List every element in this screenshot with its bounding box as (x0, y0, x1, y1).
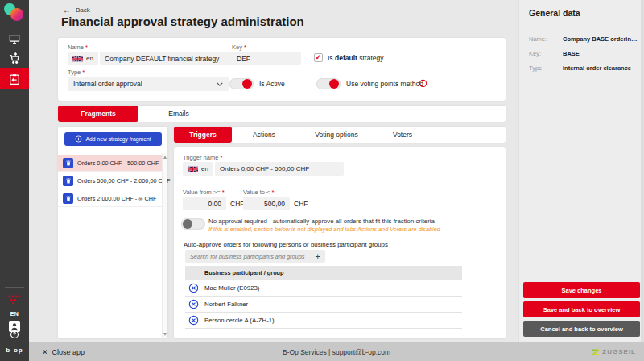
participant-search-input[interactable] (190, 253, 316, 260)
logo-gradient-blob (10, 8, 23, 21)
tab-triggers[interactable]: Triggers (174, 127, 232, 143)
scroll-up-arrow[interactable] (163, 156, 167, 159)
participant-search: + (185, 250, 325, 263)
trash-icon[interactable] (63, 176, 73, 186)
gd-name-label: Name: (529, 35, 547, 43)
trigger-language-code: en (201, 165, 208, 172)
no-approval-note: If this is enabled, section below is not… (208, 226, 440, 233)
cart-icon (8, 52, 21, 64)
participants-table-header: Business participant / group (185, 266, 462, 280)
tab-fragments[interactable]: Fragments (58, 106, 138, 122)
remove-circle-icon[interactable] (188, 283, 199, 293)
fragment-list-item[interactable]: Orders 2.000,00 CHF - ∞ CHF (58, 190, 162, 207)
uk-flag-icon (188, 166, 198, 172)
info-icon[interactable] (419, 79, 427, 88)
tab-voters[interactable]: Voters (377, 127, 428, 143)
value-from-input[interactable] (183, 197, 226, 210)
gd-key-label: Key: (529, 50, 541, 57)
tab-voting-options[interactable]: Voting options (296, 127, 377, 143)
general-data-panel: General data Name: Company BASE ordering… (519, 0, 644, 342)
bop-logo: b-op (0, 346, 29, 354)
required-asterisk: * (222, 189, 225, 196)
participant-row: Norbert Falkner (185, 297, 462, 313)
voting-points-label: Use voting points method (346, 80, 423, 88)
cancel-and-back-button[interactable]: Cancel and back to overview (523, 321, 640, 337)
scroll-down-arrow[interactable] (163, 333, 167, 336)
participant-name: Mae Muller (E0923) (204, 284, 259, 292)
close-app-button[interactable]: ✕ Close app (42, 348, 85, 356)
participant-row: Person cercle A (A-ZH-1) (185, 313, 462, 329)
sidebar-item-dashboard[interactable] (0, 31, 29, 47)
type-select-value: Internal order approval (73, 80, 142, 88)
value-to-currency: CHF (294, 200, 308, 208)
toggle-knob (183, 219, 192, 229)
sidebar-item-shop[interactable] (0, 50, 29, 66)
value-to-input[interactable] (243, 197, 290, 210)
chevron-down-icon (217, 82, 223, 86)
type-select[interactable]: Internal order approval (68, 77, 229, 91)
strategy-key-input[interactable] (232, 52, 301, 65)
fragment-list-item[interactable]: Orders 500,00 CHF - 2.000,00 CHF (58, 172, 162, 189)
default-strategy-checkbox-row[interactable]: ✓ Is default strategy (314, 53, 383, 62)
value-to-label: Value to < * (243, 189, 274, 196)
sidebar-divider (5, 287, 24, 288)
zugseil-brand-label: ZUGSEIL (602, 348, 636, 355)
tab-emails[interactable]: Emails (138, 106, 219, 122)
general-data-title: General data (529, 8, 580, 18)
add-fragment-button[interactable]: Add new strategy fragment (64, 132, 162, 146)
value-from-label: Value from >= * (183, 189, 225, 196)
add-participant-button[interactable]: + (316, 250, 320, 263)
page-title: Financial approval strategy administrati… (61, 15, 304, 28)
is-active-toggle[interactable] (229, 78, 254, 89)
default-strategy-checkbox[interactable]: ✓ (314, 53, 323, 62)
window-scrollbar[interactable] (641, 0, 644, 342)
app-sidebar: EN b-op (0, 0, 29, 361)
no-approval-label: No approval required - automatically app… (208, 218, 498, 225)
sidebar-item-help[interactable] (0, 328, 29, 341)
trash-icon[interactable] (63, 193, 73, 204)
monitor-icon (8, 33, 21, 45)
trash-icon[interactable] (63, 158, 73, 168)
fragment-label: Orders 2.000,00 CHF - ∞ CHF (77, 195, 156, 202)
name-language-code: en (86, 55, 93, 62)
sidebar-item-network[interactable] (0, 293, 29, 305)
language-switcher[interactable]: EN (0, 309, 29, 318)
save-and-back-button[interactable]: Save and back to overview (523, 301, 640, 317)
sidebar-item-approval[interactable] (0, 68, 29, 89)
uk-flag-icon (72, 56, 83, 62)
gd-type-label: Type (529, 64, 542, 72)
participant-name: Norbert Falkner (204, 301, 248, 308)
app-logo[interactable] (4, 3, 25, 24)
default-strategy-label: Is default strategy (328, 54, 383, 62)
gd-name-value: Company BASE ordering app... (563, 35, 640, 43)
name-language-chip[interactable]: en (68, 52, 98, 65)
back-button[interactable]: ← Back (63, 6, 90, 15)
name-label: Name * (68, 44, 88, 51)
voting-points-toggle[interactable] (316, 78, 341, 89)
auto-approve-label: Auto-approve orders for following person… (184, 241, 388, 248)
strategy-form-card: Name * en Key * ✓ Is default strategy Ty… (58, 38, 506, 101)
trigger-card: Trigger name * en Value from >= * CHF Va… (174, 147, 506, 338)
save-changes-button[interactable]: Save changes (523, 282, 640, 298)
close-icon: ✕ (42, 348, 48, 356)
no-approval-toggle[interactable] (181, 218, 205, 230)
trigger-name-input[interactable] (215, 162, 344, 176)
tab-actions[interactable]: Actions (232, 127, 296, 143)
required-asterisk: * (85, 44, 88, 51)
value-from-currency: CHF (230, 200, 244, 208)
remove-circle-icon[interactable] (188, 299, 199, 309)
remove-circle-icon[interactable] (188, 315, 199, 326)
participant-name: Person cercle A (A-ZH-1) (204, 317, 275, 324)
fragments-scrollbar[interactable] (162, 153, 167, 338)
language-label: EN (10, 311, 19, 317)
fragment-list-item[interactable]: Orders 0,00 CHF - 500,00 CHF (58, 155, 162, 172)
required-asterisk: * (220, 154, 222, 161)
type-label: Type * (68, 68, 85, 76)
plus-circle-icon (75, 135, 82, 143)
required-asterisk: * (244, 44, 246, 51)
close-app-label: Close app (52, 348, 85, 356)
clipboard-arrow-icon (8, 73, 21, 86)
trigger-language-chip[interactable]: en (183, 162, 213, 176)
back-label: Back (76, 6, 90, 14)
is-active-label: Is Active (259, 80, 285, 88)
